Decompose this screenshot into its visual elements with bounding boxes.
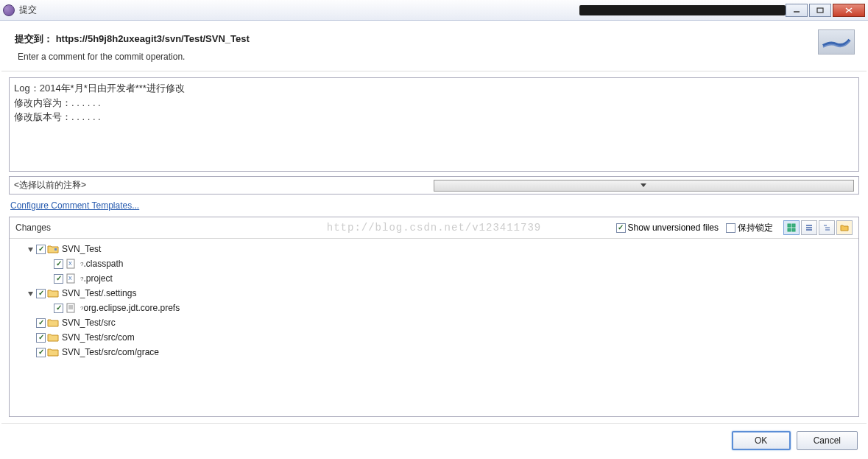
- row-checkbox[interactable]: [36, 333, 46, 343]
- text-file-icon: [65, 303, 77, 313]
- svg-rect-5: [788, 224, 791, 227]
- folder-icon: [47, 347, 59, 357]
- expand-arrow-icon: [43, 259, 52, 268]
- tree-item-label: SVN_Test: [62, 244, 101, 254]
- row-checkbox[interactable]: [36, 318, 46, 328]
- maximize-button[interactable]: [809, 4, 831, 17]
- commit-comment-input[interactable]: Log：2014年*月*日由开发者***进行修改 修改内容为：. . . . .…: [9, 77, 859, 172]
- svg-rect-20: [67, 304, 74, 312]
- svg-rect-7: [788, 228, 791, 231]
- row-checkbox[interactable]: [36, 289, 46, 298]
- commit-target-title: 提交到： https://5h9j8h2uxeagit3/svn/Test/SV…: [15, 32, 853, 46]
- row-checkbox[interactable]: [54, 274, 63, 284]
- tree-item-label: .project: [83, 273, 112, 284]
- obscured-path: [579, 5, 786, 15]
- row-checkbox[interactable]: [54, 304, 63, 313]
- compressed-tree-button[interactable]: [819, 220, 835, 235]
- expand-arrow-icon: [43, 304, 52, 312]
- window-title: 提交: [19, 4, 565, 16]
- changes-label: Changes: [15, 223, 616, 233]
- expand-arrow-icon: [26, 348, 35, 357]
- row-checkbox[interactable]: [54, 259, 63, 269]
- dialog-footer: OK Cancel: [1, 423, 867, 458]
- tree-row[interactable]: SVN_Test/src/com: [10, 330, 858, 345]
- close-button[interactable]: [833, 4, 865, 17]
- app-icon: [3, 4, 15, 16]
- dropdown-button-icon[interactable]: [434, 180, 855, 192]
- svg-marker-4: [641, 183, 646, 187]
- svg-rect-1: [817, 8, 823, 13]
- xml-file-icon: X: [65, 259, 77, 269]
- tree-item-label: SVN_Test/src/com/grace: [62, 347, 159, 357]
- tree-item-label: SVN_Test/src: [62, 318, 116, 328]
- tree-row[interactable]: SVN_Test/src/com/grace: [10, 345, 858, 360]
- commit-subtitle: Enter a comment for the commit operation…: [18, 52, 853, 62]
- proj-folder-icon: [47, 244, 59, 254]
- flat-list-button[interactable]: [801, 220, 817, 235]
- tree-item-label: SVN_Test/.settings: [62, 288, 136, 298]
- show-folder-button[interactable]: [836, 220, 853, 235]
- previous-comment-select[interactable]: <选择以前的注释>: [9, 176, 859, 195]
- changes-panel: Changes http://blog.csdn.net/v123411739 …: [9, 217, 859, 417]
- svg-text:X: X: [68, 261, 72, 266]
- folder-icon: [47, 288, 59, 298]
- svg-text:X: X: [68, 276, 72, 281]
- svg-rect-15: [54, 248, 57, 250]
- xml-file-icon: X: [65, 273, 77, 284]
- tree-item-label: org.eclipse.jdt.core.prefs: [83, 303, 180, 313]
- tree-item-label: .classpath: [83, 259, 123, 269]
- checkbox-icon: [616, 223, 626, 233]
- tree-row[interactable]: SVN_Test: [10, 242, 858, 256]
- configure-templates-link[interactable]: Configure Comment Templates...: [10, 200, 139, 211]
- folder-icon: [47, 318, 59, 328]
- svg-rect-8: [792, 228, 795, 231]
- title-bar: 提交: [0, 0, 868, 21]
- svn-logo-icon: [818, 29, 855, 55]
- minimize-button[interactable]: [786, 4, 808, 17]
- checkbox-icon: [726, 223, 735, 233]
- row-checkbox[interactable]: [36, 245, 46, 254]
- changes-tree[interactable]: SVN_TestX?.classpathX?.projectSVN_Test/.…: [10, 239, 858, 416]
- tree-row[interactable]: SVN_Test/.settings: [10, 286, 858, 301]
- dialog-header: 提交到： https://5h9j8h2uxeagit3/svn/Test/SV…: [1, 22, 867, 71]
- expand-arrow-icon[interactable]: [26, 245, 35, 253]
- show-unversioned-checkbox[interactable]: Show unversioned files: [616, 223, 719, 233]
- previous-comment-placeholder: <选择以前的注释>: [14, 179, 434, 192]
- cancel-button[interactable]: Cancel: [797, 431, 858, 450]
- expand-arrow-icon: [43, 274, 52, 283]
- tree-row[interactable]: ?org.eclipse.jdt.core.prefs: [10, 301, 858, 315]
- folder-icon: [47, 332, 59, 343]
- tree-view-button[interactable]: [783, 220, 800, 235]
- svg-rect-6: [792, 224, 795, 227]
- tree-item-label: SVN_Test/src/com: [62, 332, 135, 343]
- expand-arrow-icon[interactable]: [26, 289, 35, 298]
- expand-arrow-icon: [26, 333, 35, 342]
- tree-row[interactable]: SVN_Test/src: [10, 315, 858, 330]
- expand-arrow-icon: [26, 318, 35, 327]
- row-checkbox[interactable]: [36, 348, 46, 357]
- tree-row[interactable]: X?.classpath: [10, 256, 858, 271]
- tree-row[interactable]: X?.project: [10, 271, 858, 286]
- ok-button[interactable]: OK: [732, 431, 791, 450]
- keep-locks-checkbox[interactable]: 保持锁定: [726, 222, 773, 234]
